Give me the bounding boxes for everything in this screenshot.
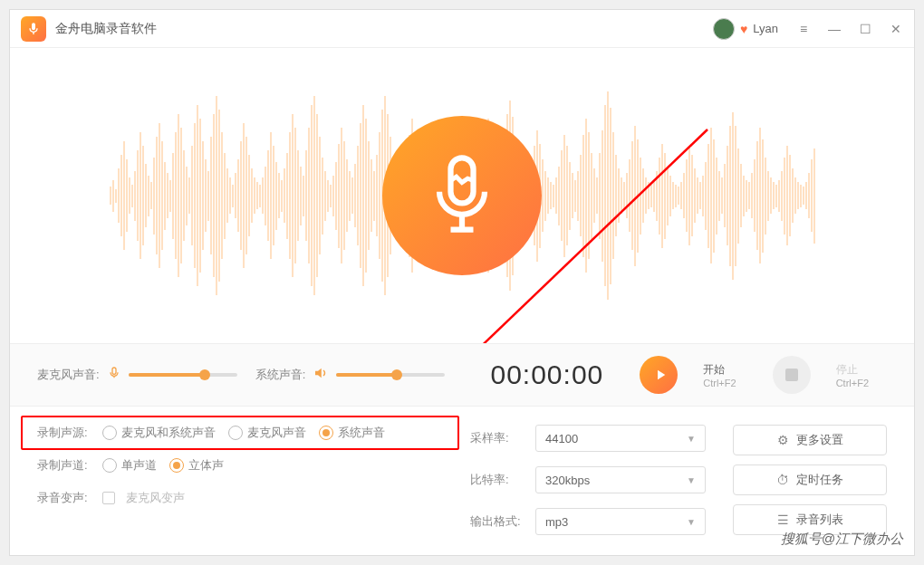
radio-label: 麦克风声音	[247, 425, 306, 441]
waveform-visualizer	[10, 48, 914, 343]
format-label: 输出格式:	[470, 513, 525, 530]
action-buttons: ⚙ 更多设置 ⏱ 定时任务 ☰ 录音列表	[733, 425, 887, 535]
menu-icon[interactable]: ≡	[796, 22, 811, 36]
format-row: 输出格式: mp3 ▼	[470, 508, 706, 535]
heart-icon: ♥	[740, 22, 747, 36]
settings-panel: 录制声源: 麦克风和系统声音麦克风声音系统声音 录制声道: 单声道立体声 录音变…	[10, 407, 914, 553]
start-shortcut: Ctrl+F2	[703, 378, 736, 388]
list-icon: ☰	[777, 512, 789, 527]
voice-change-option: 麦克风变声	[126, 490, 185, 506]
format-dropdown[interactable]: mp3 ▼	[535, 508, 706, 535]
mic-volume-slider[interactable]	[129, 373, 237, 377]
format-value: mp3	[545, 515, 568, 529]
gear-icon: ⚙	[777, 433, 789, 447]
bitrate-row: 比特率: 320kbps ▼	[470, 466, 706, 493]
close-icon[interactable]: ✕	[889, 22, 903, 36]
microphone-icon	[107, 366, 121, 384]
app-logo-icon	[21, 16, 46, 42]
app-title: 金舟电脑录音软件	[55, 21, 713, 37]
recording-options: 录制声源: 麦克风和系统声音麦克风声音系统声音 录制声道: 单声道立体声 录音变…	[37, 425, 443, 535]
channel-label: 录制声道:	[37, 457, 91, 474]
radio-option[interactable]: 立体声	[169, 457, 224, 474]
minimize-icon[interactable]: —	[827, 22, 842, 36]
system-volume-control: 系统声音:	[255, 365, 446, 385]
radio-option[interactable]: 单声道	[102, 457, 157, 474]
format-options: 采样率: 44100 ▼ 比特率: 320kbps ▼ 输出格式: mp3 ▼	[470, 425, 706, 535]
speaker-icon	[313, 365, 329, 385]
radio-option[interactable]: 麦克风和系统声音	[102, 425, 216, 441]
radio-label: 单声道	[121, 457, 157, 474]
system-volume-slider[interactable]	[336, 373, 445, 377]
radio-label: 系统声音	[338, 425, 385, 441]
bitrate-dropdown[interactable]: 320kbps ▼	[535, 466, 706, 493]
source-label: 录制声源:	[37, 425, 91, 441]
sample-rate-row: 采样率: 44100 ▼	[470, 425, 706, 452]
radio-label: 立体声	[188, 457, 224, 474]
channel-row: 录制声道: 单声道立体声	[37, 457, 443, 474]
source-radio-group: 麦克风和系统声音麦克风声音系统声音	[102, 425, 385, 441]
start-recording-button[interactable]	[640, 356, 678, 394]
chevron-down-icon: ▼	[687, 475, 696, 485]
timed-tasks-button[interactable]: ⏱ 定时任务	[733, 464, 887, 495]
mic-volume-label: 麦克风声音:	[37, 367, 100, 383]
radio-option[interactable]: 麦克风声音	[228, 425, 306, 441]
more-settings-button[interactable]: ⚙ 更多设置	[733, 425, 887, 455]
stop-label: 停止	[836, 362, 869, 378]
control-bar: 麦克风声音: 系统声音: 00:00:00 开始 Ctrl+F	[10, 343, 914, 407]
radio-icon	[102, 458, 117, 473]
stop-shortcut: Ctrl+F2	[836, 378, 869, 388]
voice-change-label: 录音变声:	[37, 490, 91, 506]
microphone-display-icon	[382, 116, 542, 275]
window-controls: ≡ — ☐ ✕	[796, 22, 903, 36]
clock-icon: ⏱	[776, 473, 789, 487]
bitrate-value: 320kbps	[545, 474, 590, 487]
system-volume-label: 系统声音:	[255, 367, 306, 383]
titlebar: 金舟电脑录音软件 ♥ Lyan ≡ — ☐ ✕	[10, 10, 914, 48]
start-label: 开始	[703, 362, 736, 378]
stop-label-group: 停止 Ctrl+F2	[836, 362, 869, 388]
radio-icon	[169, 458, 184, 473]
avatar	[713, 18, 735, 40]
maximize-icon[interactable]: ☐	[858, 22, 872, 36]
mic-volume-control: 麦克风声音:	[37, 366, 237, 384]
channel-radio-group: 单声道立体声	[102, 457, 224, 474]
stop-icon	[785, 369, 798, 381]
radio-icon	[102, 426, 117, 440]
svg-rect-2	[112, 368, 116, 374]
sample-rate-value: 44100	[545, 432, 578, 445]
voice-change-checkbox[interactable]	[102, 492, 115, 504]
radio-icon	[319, 426, 333, 440]
user-area[interactable]: ♥ Lyan	[713, 18, 778, 40]
username: Lyan	[753, 22, 778, 35]
highlighted-source-row: 录制声源: 麦克风和系统声音麦克风声音系统声音	[21, 416, 459, 450]
radio-option[interactable]: 系统声音	[319, 425, 385, 441]
recording-timer: 00:00:00	[490, 359, 603, 390]
audio-source-row: 录制声源: 麦克风和系统声音麦克风声音系统声音	[37, 425, 443, 441]
sample-rate-dropdown[interactable]: 44100 ▼	[535, 425, 706, 452]
radio-icon	[228, 426, 243, 440]
timed-tasks-label: 定时任务	[796, 472, 843, 488]
radio-label: 麦克风和系统声音	[121, 425, 216, 441]
bitrate-label: 比特率:	[470, 472, 525, 488]
recording-list-label: 录音列表	[796, 512, 843, 528]
chevron-down-icon: ▼	[687, 517, 696, 527]
voice-change-row: 录音变声: 麦克风变声	[37, 490, 443, 506]
start-label-group: 开始 Ctrl+F2	[703, 362, 736, 388]
watermark-text: 搜狐号@江下微办公	[781, 531, 903, 548]
sample-rate-label: 采样率:	[470, 430, 525, 446]
chevron-down-icon: ▼	[687, 434, 696, 444]
stop-recording-button[interactable]	[773, 356, 811, 394]
app-window: 金舟电脑录音软件 ♥ Lyan ≡ — ☐ ✕	[9, 9, 915, 556]
more-settings-label: 更多设置	[796, 432, 843, 448]
